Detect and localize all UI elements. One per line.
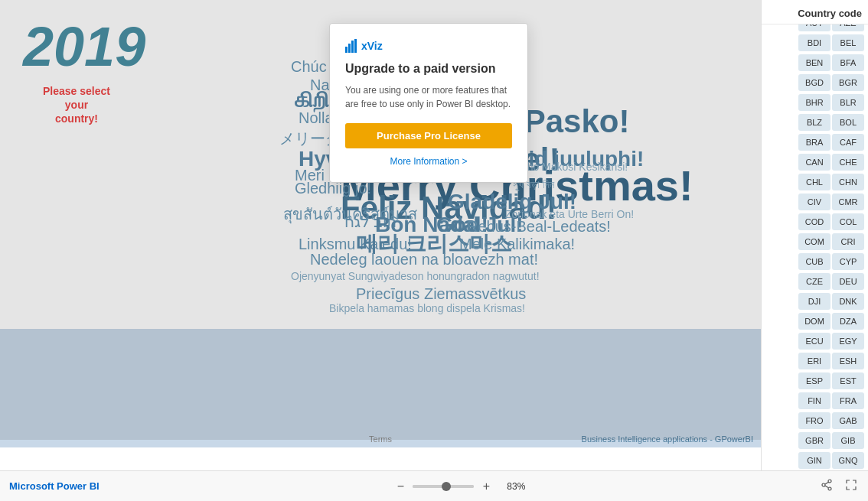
zoom-out-button[interactable]: − [393,480,408,493]
country-code-button[interactable]: CHN [832,174,864,190]
country-row: DOMDZA [762,311,868,331]
country-list: AFGAGOALBANDAREARGARMAUSAUTAZEBDIBELBENB… [762,0,868,470]
country-code-button[interactable]: EST [832,372,864,389]
country-code-button[interactable]: CZE [798,273,830,290]
country-code-button[interactable]: BFA [832,54,864,71]
country-row: GBRGIB [762,431,868,451]
country-code-button[interactable]: CAN [798,154,830,171]
modal-logo-text: xViz [361,40,383,52]
country-code-button[interactable]: GIN [798,452,830,469]
country-code-button[interactable]: COD [798,213,830,230]
modal-logo: xViz [345,39,512,53]
country-code-button[interactable]: FRO [798,412,830,429]
country-row: FROGAB [762,411,868,431]
country-code-button[interactable]: DOM [798,313,830,330]
country-code-button[interactable]: DNK [832,293,864,310]
country-code-button[interactable]: CMR [832,194,864,210]
country-code-button[interactable]: CAF [832,134,864,151]
country-sidebar-title: Country code [762,0,868,24]
country-code-button[interactable]: BLR [832,94,864,111]
country-row: BDIBEL [762,33,868,53]
country-code-button[interactable]: ESP [798,372,830,389]
svg-line-4 [825,486,828,488]
svg-line-3 [825,482,828,484]
svg-point-0 [828,480,831,483]
upgrade-modal: xViz Upgrade to a paid version You are u… [329,23,528,183]
country-code-button[interactable]: BRA [798,134,830,151]
country-code-button[interactable]: ERI [798,353,830,369]
zoom-control: − + 83% [393,480,525,493]
fullscreen-button[interactable] [844,477,859,496]
country-code-button[interactable]: CYP [832,253,864,270]
country-row: CHLCHN [762,172,868,192]
country-code-button[interactable]: BDI [798,34,830,51]
country-row: CZEDEU [762,272,868,291]
svg-point-2 [828,487,831,490]
country-code-button[interactable]: CRI [832,233,864,250]
country-code-button[interactable]: BGR [832,74,864,91]
country-code-button[interactable]: BEL [832,34,864,51]
country-code-button[interactable]: DZA [832,313,864,330]
viz-area: 2019 Please select your country! Noelini… [0,0,761,470]
country-row: BGDBGR [762,73,868,93]
country-code-button[interactable]: COM [798,233,830,250]
country-code-button[interactable]: CUB [798,253,830,270]
country-row: CANCHE [762,152,868,172]
country-code-button[interactable]: DJI [798,293,830,310]
country-code-button[interactable]: BLZ [798,114,830,131]
more-information-link[interactable]: More Information > [345,156,512,167]
country-code-button[interactable]: CHL [798,174,830,190]
country-code-button[interactable]: DEU [832,273,864,290]
country-code-button[interactable]: CIV [798,194,830,210]
country-row: ECUEGY [762,331,868,351]
share-button[interactable] [819,477,834,496]
modal-title: Upgrade to a paid version [345,62,512,76]
powerbi-link[interactable]: Microsoft Power BI [9,480,100,492]
country-code-button[interactable]: GBR [798,432,830,449]
country-row: BLZBOL [762,112,868,132]
country-row: BRACAF [762,132,868,152]
country-code-button[interactable]: BHR [798,94,830,111]
zoom-percent: 83% [498,481,525,492]
country-code-button[interactable]: EGY [832,333,864,350]
zoom-slider-track [413,485,474,488]
country-row: CUBCYP [762,252,868,272]
country-code-button[interactable]: ECU [798,333,830,350]
country-sidebar: Country code AFGAGOALBANDAREARGARMAUSAUT… [761,0,868,470]
country-code-button[interactable]: BGD [798,74,830,91]
country-code-button[interactable]: COL [832,213,864,230]
country-row: CODCOL [762,212,868,232]
country-code-button[interactable]: FIN [798,392,830,409]
country-code-button[interactable]: GAB [832,412,864,429]
modal-overlay: xViz Upgrade to a paid version You are u… [0,0,761,440]
xviz-logo-icon [345,39,357,53]
status-right-icons [819,477,859,496]
svg-point-1 [822,483,825,486]
country-row: BENBFA [762,53,868,73]
purchase-pro-button[interactable]: Purchase Pro License [345,123,512,148]
zoom-slider-thumb [442,482,451,491]
country-row: ERIESH [762,351,868,371]
country-code-button[interactable]: ESH [832,353,864,369]
zoom-in-button[interactable]: + [478,480,494,493]
modal-description: You are using one or more features that … [345,83,512,111]
country-code-button[interactable]: GIB [832,432,864,449]
country-row: DJIDNK [762,291,868,311]
country-row: COMCRI [762,232,868,252]
status-bar: Microsoft Power BI − + 83% [0,470,868,501]
country-code-button[interactable]: BOL [832,114,864,131]
country-code-button[interactable]: BEN [798,54,830,71]
zoom-slider[interactable] [413,485,474,488]
country-code-button[interactable]: GNQ [832,452,864,469]
country-row: FINFRA [762,391,868,411]
country-row: GINGNQ [762,451,868,470]
country-row: CIVCMR [762,192,868,212]
country-code-button[interactable]: CHE [832,154,864,171]
country-code-button[interactable]: FRA [832,392,864,409]
country-row: BHRBLR [762,93,868,112]
country-row: ESPEST [762,371,868,391]
